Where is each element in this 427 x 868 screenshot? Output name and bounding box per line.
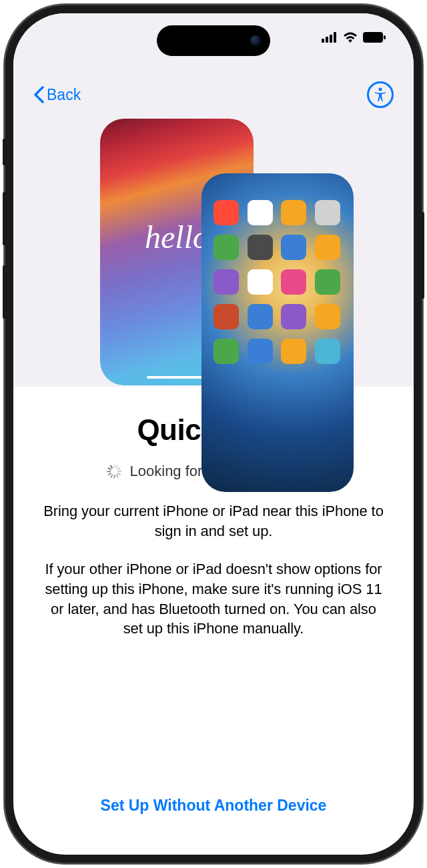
cellular-signal-icon	[322, 32, 338, 43]
svg-rect-4	[363, 32, 383, 43]
home-indicator-graphic	[147, 376, 207, 379]
app-icon-graphic	[281, 304, 306, 329]
homescreen-phone-graphic	[201, 173, 354, 492]
app-icon-graphic	[214, 304, 239, 329]
front-camera	[250, 35, 261, 46]
battery-icon	[363, 32, 386, 43]
accessibility-button[interactable]	[367, 81, 394, 108]
chevron-left-icon	[33, 86, 44, 103]
app-icon-graphic	[315, 235, 340, 260]
hero-section: Back hello	[13, 13, 414, 387]
instruction-text-1: Bring your current iPhone or iPad near t…	[40, 501, 387, 541]
svg-rect-3	[334, 32, 336, 43]
app-icon-graphic	[315, 304, 340, 329]
svg-rect-5	[384, 35, 386, 39]
app-icon-graphic	[214, 235, 239, 260]
setup-without-device-link[interactable]: Set Up Without Another Device	[13, 797, 414, 815]
svg-point-6	[379, 88, 382, 91]
accessibility-icon	[372, 87, 388, 103]
mute-switch	[3, 139, 7, 165]
back-label: Back	[47, 86, 81, 104]
app-icon-graphic	[248, 339, 273, 364]
dynamic-island	[157, 25, 270, 56]
screen: Back hello Quick S	[13, 13, 414, 855]
instruction-text-2: If your other iPhone or iPad doesn't sho…	[40, 559, 387, 639]
app-icon-graphic	[248, 269, 273, 295]
spinner-icon	[107, 464, 122, 479]
app-icon-graphic	[248, 235, 273, 260]
app-icon-graphic	[248, 200, 273, 225]
devices-illustration: hello	[13, 119, 414, 385]
app-icon-graphic	[281, 339, 306, 364]
app-icon-graphic	[281, 269, 306, 295]
app-icon-graphic	[315, 269, 340, 295]
app-icon-graphic	[315, 200, 340, 225]
app-icon-graphic	[214, 200, 239, 225]
svg-rect-2	[330, 35, 332, 43]
svg-rect-1	[326, 37, 328, 43]
app-icon-graphic	[281, 200, 306, 225]
app-icon-graphic	[214, 339, 239, 364]
status-bar	[322, 32, 386, 43]
volume-up-button	[3, 192, 7, 245]
device-frame: Back hello Quick S	[5, 5, 422, 863]
wifi-icon	[343, 32, 358, 43]
volume-down-button	[3, 265, 7, 319]
app-grid-graphic	[214, 200, 342, 364]
power-button	[420, 212, 424, 299]
app-icon-graphic	[248, 304, 273, 329]
app-icon-graphic	[281, 235, 306, 260]
app-icon-graphic	[315, 339, 340, 364]
app-icon-graphic	[214, 269, 239, 295]
nav-bar: Back	[13, 81, 414, 108]
svg-rect-0	[322, 39, 324, 43]
back-button[interactable]: Back	[33, 86, 81, 104]
